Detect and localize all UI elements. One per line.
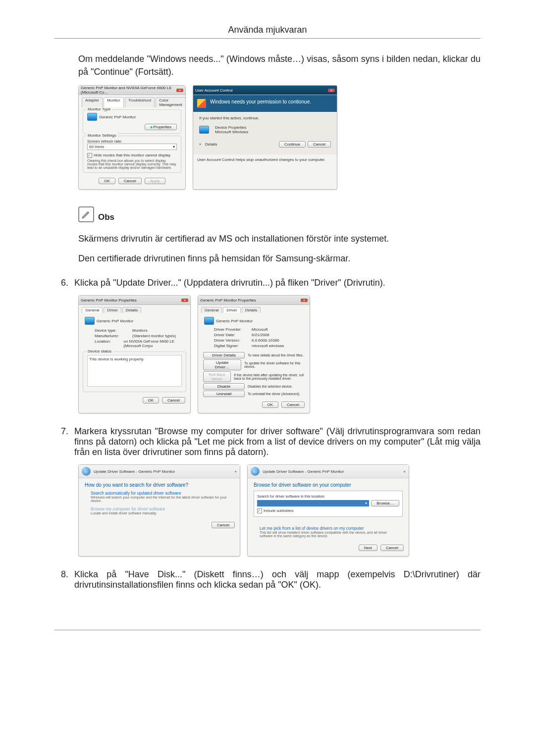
rollback-button[interactable]: Roll Back Driver — [203, 371, 231, 382]
tab-details[interactable]: Details — [122, 307, 141, 313]
signer-k: Digital Signer: — [214, 344, 249, 348]
breadcrumb: Update Driver Software - Generic PnP Mon… — [263, 469, 344, 474]
monitor-settings-group: Monitor Settings Screen refresh rate: 60… — [83, 136, 181, 173]
cancel-button[interactable]: Cancel — [308, 141, 331, 148]
continue-button[interactable]: Continue — [279, 141, 306, 148]
step-6-text: Klicka på "Update Driver..." (Uppdatera … — [74, 278, 481, 288]
next-button[interactable]: Next — [359, 545, 377, 551]
option-auto-desc: Windows will search your computer and th… — [91, 496, 228, 503]
device-status-text: This device is working properly. — [87, 355, 182, 387]
refresh-value: 60 Hertz — [89, 145, 104, 149]
monitor-name: Generic PnP Monitor — [99, 115, 136, 119]
close-icon[interactable]: × — [176, 89, 183, 92]
include-sub-label: Include subfolders — [264, 508, 294, 513]
step-7-number: 7. — [54, 426, 68, 437]
close-icon[interactable]: × — [181, 299, 188, 302]
tab-general[interactable]: General — [201, 307, 222, 313]
wizard-heading: Browse for driver software on your compu… — [254, 482, 403, 488]
monitor-props-driver-dialog: Generic PnP Monitor Properties × General… — [198, 295, 310, 413]
cancel-button[interactable]: Cancel — [281, 402, 305, 408]
rollback-desc: If the device fails after updating the d… — [234, 373, 305, 380]
monitor-name: Generic PnP Monitor — [97, 319, 133, 323]
figure-row-3: ← Update Driver Software - Generic PnP M… — [78, 464, 481, 556]
cancel-button[interactable]: Cancel — [118, 178, 142, 184]
chevron-down-icon: ▾ — [365, 501, 367, 505]
monitor-icon — [87, 113, 97, 121]
back-button[interactable]: ← — [82, 467, 91, 476]
tab-color-management[interactable]: Color Management — [156, 97, 186, 107]
checkbox-icon[interactable]: ✓ — [257, 508, 262, 513]
tab-adapter[interactable]: Adapter — [82, 97, 103, 107]
uac-titlebar: User Account Control × — [193, 86, 337, 95]
path-select[interactable]: ▾ — [257, 500, 369, 506]
monitor-settings-label: Monitor Settings — [86, 133, 118, 138]
device-type-k: Device type: — [95, 328, 129, 333]
close-icon[interactable]: × — [403, 469, 406, 474]
tab-troubleshoot[interactable]: Troubleshoot — [125, 97, 155, 107]
hide-modes-desc: Clearing this check box allows you to se… — [87, 159, 177, 169]
driver-details-button[interactable]: Driver Details — [203, 352, 245, 358]
provider-k: Driver Provider: — [214, 327, 249, 332]
tabs: Adapter Monitor Troubleshoot Color Manag… — [79, 95, 185, 107]
close-icon[interactable]: × — [301, 299, 308, 302]
uninstall-desc: To uninstall the driver (Advanced). — [248, 392, 300, 396]
step-8-number: 8. — [54, 569, 68, 580]
back-button[interactable]: ← — [251, 467, 260, 476]
signer-v: microsoft windows — [252, 344, 284, 348]
refresh-select[interactable]: 60 Hertz▾ — [87, 144, 177, 150]
update-driver-button[interactable]: Update Driver… — [203, 359, 241, 370]
page-title: Använda mjukvaran — [54, 25, 481, 39]
option-auto[interactable]: Search automatically for updated driver … — [91, 491, 228, 503]
properties-button[interactable]: Properties — [145, 124, 177, 130]
uac-vendor: Microsoft Windows — [215, 130, 248, 134]
figure-row-1: Generic PnP Monitor and NVIDIA GeForce 6… — [78, 85, 481, 190]
ok-button[interactable]: OK — [143, 397, 160, 403]
close-icon[interactable]: × — [328, 89, 335, 92]
hide-modes-label: Hide modes that this monitor cannot disp… — [94, 153, 170, 158]
uac-details[interactable]: Details — [205, 142, 217, 147]
location-k: Location: — [95, 339, 120, 348]
tab-general[interactable]: General — [82, 307, 103, 313]
device-status-legend: Device status — [86, 349, 113, 353]
monitor-type-label: Monitor Type — [86, 107, 112, 111]
checkbox-icon[interactable]: ✓ — [87, 153, 92, 158]
dialog-title: Generic PnP Monitor Properties — [200, 298, 256, 302]
version-v: 6.0.6000.16386 — [252, 338, 279, 343]
breadcrumb: Update Driver Software - Generic PnP Mon… — [94, 469, 175, 474]
ok-button[interactable]: OK — [99, 178, 115, 184]
uac-title: User Account Control — [195, 88, 233, 93]
tab-driver[interactable]: Driver — [104, 307, 121, 313]
option-pick[interactable]: Let me pick from a list of device driver… — [260, 526, 397, 538]
close-icon[interactable]: × — [234, 469, 237, 474]
refresh-label: Screen refresh rate: — [87, 139, 177, 144]
uac-prop: Device Properties — [215, 125, 248, 130]
chevron-down-icon[interactable]: ▾ — [199, 142, 201, 147]
step-8: 8. Klicka på "Have Disk..." (Diskett fin… — [54, 569, 481, 590]
cancel-button[interactable]: Cancel — [162, 397, 185, 403]
update-driver-desc: To update the driver software for this d… — [244, 361, 305, 368]
tab-monitor[interactable]: Monitor — [104, 97, 124, 107]
browse-box: Search for driver software in this locat… — [254, 491, 403, 517]
note-p2: Den certifierade drivrutinen finns på he… — [78, 252, 481, 265]
tab-driver[interactable]: Driver — [223, 307, 240, 313]
pencil-icon — [78, 206, 94, 222]
browse-button[interactable]: Browse… — [371, 500, 399, 506]
uac-header: Windows needs your permission to contion… — [193, 95, 337, 112]
uac-footer: User Account Control helps stop unauthor… — [193, 154, 337, 167]
intro-paragraph: Om meddelande "Windows needs..." (Window… — [78, 52, 481, 78]
location-v: on NVIDIA GeForce 6600 LE (Microsoft Cor… — [123, 339, 184, 348]
uac-if-started: If you started this action, continue. — [199, 116, 331, 120]
option-browse[interactable]: Browse my computer for driver software L… — [91, 506, 228, 515]
monitor-icon — [204, 317, 214, 325]
uac-headline: Windows needs your permission to contion… — [210, 99, 311, 108]
apply-button[interactable]: Apply — [145, 178, 165, 184]
monitor-properties-dialog: Generic PnP Monitor and NVIDIA GeForce 6… — [78, 85, 186, 190]
tab-details[interactable]: Details — [242, 307, 261, 313]
monitor-name: Generic PnP Monitor — [216, 319, 253, 323]
disable-button[interactable]: Disable — [203, 383, 245, 390]
option-auto-title: Search automatically for updated driver … — [91, 491, 228, 496]
uninstall-button[interactable]: Uninstall — [203, 391, 245, 397]
cancel-button[interactable]: Cancel — [212, 522, 235, 528]
cancel-button[interactable]: Cancel — [380, 545, 404, 551]
ok-button[interactable]: OK — [262, 402, 279, 408]
